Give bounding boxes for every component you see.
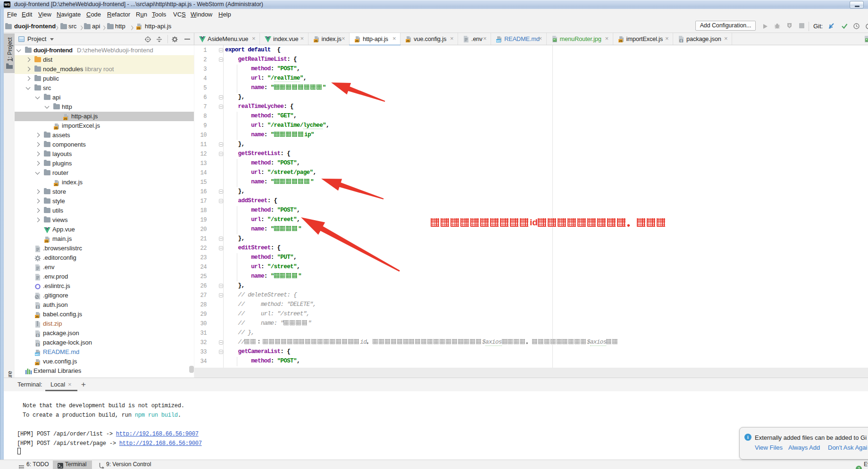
svg-text:JS: JS <box>64 117 67 120</box>
svg-text:JS: JS <box>54 183 58 186</box>
svg-text:JS: JS <box>45 240 48 243</box>
svg-text:{}: {} <box>35 333 40 337</box>
svg-text:MD: MD <box>496 40 501 42</box>
svg-text:{}: {} <box>35 304 40 309</box>
svg-text:JS: JS <box>314 40 317 42</box>
svg-text:JS: JS <box>35 362 39 365</box>
svg-text:JS: JS <box>137 27 140 30</box>
svg-text:JS: JS <box>54 127 58 130</box>
svg-text:JS: JS <box>355 40 359 42</box>
svg-text:{}: {} <box>679 38 684 42</box>
svg-text:MD: MD <box>35 353 40 356</box>
svg-text:{}: {} <box>35 342 40 346</box>
svg-text:JS: JS <box>35 315 39 318</box>
svg-text:JS: JS <box>406 40 409 42</box>
svg-text:JS: JS <box>618 40 622 42</box>
